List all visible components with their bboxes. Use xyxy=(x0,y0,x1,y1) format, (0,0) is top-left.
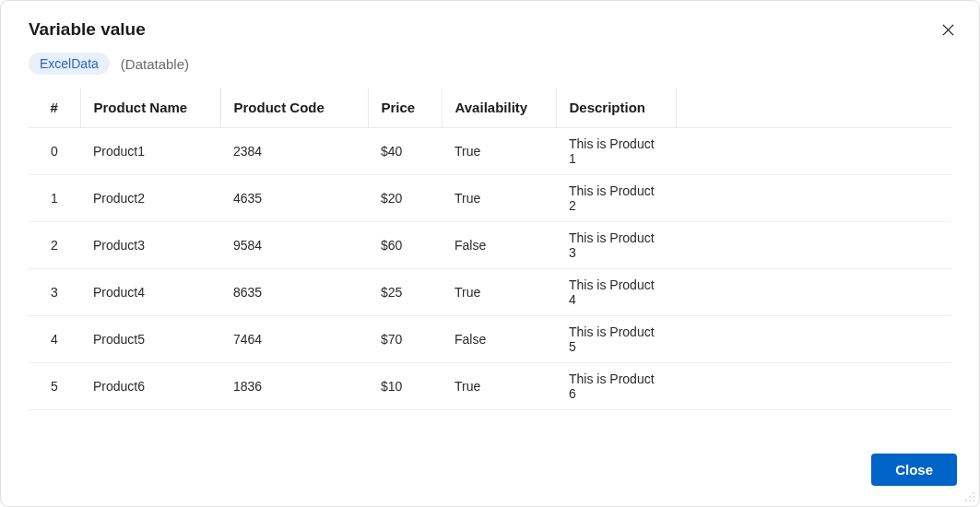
cell-availability: False xyxy=(442,222,556,269)
cell-description: This is Product 1 xyxy=(556,128,676,175)
col-availability[interactable]: Availability xyxy=(442,88,556,128)
cell-product-name: Product3 xyxy=(80,222,220,269)
cell-availability: True xyxy=(442,128,556,175)
cell-product-code: 8635 xyxy=(220,269,368,316)
col-product-name[interactable]: Product Name xyxy=(80,88,220,128)
col-spacer xyxy=(676,88,951,128)
cell-product-name: Product1 xyxy=(80,128,220,175)
cell-index: 4 xyxy=(29,316,80,363)
table-row[interactable]: 0Product12384$40TrueThis is Product 1 xyxy=(29,128,951,175)
cell-spacer xyxy=(676,269,951,316)
cell-product-name: Product2 xyxy=(80,175,220,222)
cell-description: This is Product 3 xyxy=(556,222,676,269)
cell-description: This is Product 4 xyxy=(556,269,676,316)
cell-availability: False xyxy=(442,316,556,363)
dialog-title: Variable value xyxy=(29,19,146,40)
cell-index: 1 xyxy=(29,175,80,222)
datatable: # Product Name Product Code Price Availa… xyxy=(29,88,951,410)
table-body: 0Product12384$40TrueThis is Product 11Pr… xyxy=(29,128,951,410)
cell-spacer xyxy=(676,222,951,269)
svg-point-2 xyxy=(973,492,974,494)
cell-availability: True xyxy=(442,269,556,316)
cell-product-code: 9584 xyxy=(220,222,368,269)
cell-product-code: 2384 xyxy=(220,128,368,175)
variable-name-pill: ExcelData xyxy=(29,53,110,75)
cell-price: $40 xyxy=(368,128,442,175)
svg-point-4 xyxy=(973,496,974,498)
table-row[interactable]: 2Product39584$60FalseThis is Product 3 xyxy=(29,222,951,269)
cell-price: $70 xyxy=(368,316,442,363)
cell-spacer xyxy=(676,128,951,175)
variable-value-dialog: Variable value ExcelData (Datatable) # P… xyxy=(0,0,980,507)
dialog-header: Variable value xyxy=(1,19,979,40)
cell-spacer xyxy=(676,316,951,363)
cell-product-code: 1836 xyxy=(220,363,368,410)
cell-spacer xyxy=(676,363,951,410)
cell-description: This is Product 6 xyxy=(556,363,676,410)
table-row[interactable]: 5Product61836$10TrueThis is Product 6 xyxy=(29,363,951,410)
table-container: # Product Name Product Code Price Availa… xyxy=(1,88,979,444)
svg-point-7 xyxy=(973,500,974,501)
cell-index: 5 xyxy=(29,363,80,410)
cell-price: $60 xyxy=(368,222,442,269)
variable-type-label: (Datatable) xyxy=(121,56,189,72)
variable-info: ExcelData (Datatable) xyxy=(1,53,979,75)
table-header: # Product Name Product Code Price Availa… xyxy=(29,88,951,128)
col-description[interactable]: Description xyxy=(556,88,676,128)
col-product-code[interactable]: Product Code xyxy=(220,88,368,128)
cell-product-name: Product6 xyxy=(80,363,220,410)
table-row[interactable]: 1Product24635$20TrueThis is Product 2 xyxy=(29,175,951,222)
cell-spacer xyxy=(676,175,951,222)
table-row[interactable]: 4Product57464$70FalseThis is Product 5 xyxy=(29,316,951,363)
svg-point-3 xyxy=(969,496,971,498)
cell-availability: True xyxy=(442,175,556,222)
cell-index: 2 xyxy=(29,222,80,269)
cell-description: This is Product 2 xyxy=(556,175,676,222)
cell-product-code: 7464 xyxy=(220,316,368,363)
cell-product-name: Product5 xyxy=(80,316,220,363)
cell-price: $20 xyxy=(368,175,442,222)
cell-index: 3 xyxy=(29,269,80,316)
cell-product-code: 4635 xyxy=(220,175,368,222)
cell-price: $10 xyxy=(368,363,442,410)
close-icon[interactable] xyxy=(939,20,957,39)
col-price[interactable]: Price xyxy=(368,88,442,128)
cell-description: This is Product 5 xyxy=(556,316,676,363)
resize-grip-icon[interactable] xyxy=(964,491,975,502)
cell-availability: True xyxy=(442,363,556,410)
close-button[interactable]: Close xyxy=(871,454,957,486)
svg-point-6 xyxy=(969,500,971,501)
table-row[interactable]: 3Product48635$25TrueThis is Product 4 xyxy=(29,269,951,316)
cell-price: $25 xyxy=(368,269,442,316)
svg-point-5 xyxy=(965,500,967,501)
dialog-footer: Close xyxy=(1,454,979,488)
cell-index: 0 xyxy=(29,128,80,175)
col-index[interactable]: # xyxy=(29,88,80,128)
cell-product-name: Product4 xyxy=(80,269,220,316)
